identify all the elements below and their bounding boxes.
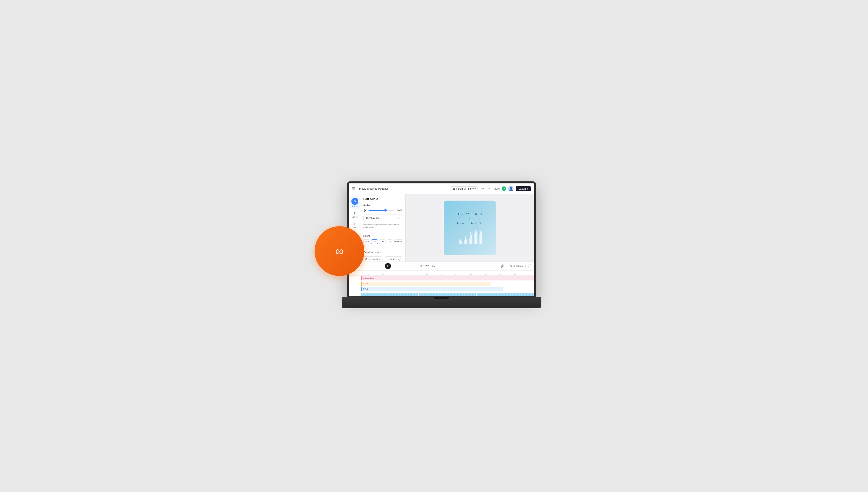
- waveform-visual: [454, 229, 486, 244]
- track-sound-wave: ♪ Sound Wave: [361, 276, 534, 281]
- expand-icon[interactable]: ⛶: [528, 264, 531, 268]
- user-initials-badge: SK: [502, 187, 506, 191]
- panel-title: Edit Audio: [363, 197, 403, 201]
- waveform-bar: [470, 232, 471, 244]
- end-time-input[interactable]: End 00:15.1 🕐: [384, 256, 403, 261]
- volume-row: 🔉 200%: [363, 208, 403, 212]
- export-label: Export: [519, 188, 526, 190]
- waveform-bar: [465, 236, 466, 244]
- divider-2: [363, 247, 403, 247]
- laptop-base: [342, 297, 541, 308]
- volume-slider[interactable]: [369, 210, 394, 211]
- undo-redo-group: ↩ ↪: [480, 186, 492, 191]
- speed-label: Speed: [363, 235, 403, 238]
- upload-icon: ⬆: [353, 211, 357, 216]
- zoom-plus-icon[interactable]: +: [525, 265, 526, 268]
- clean-audio-label: Clean Audio: [366, 217, 379, 220]
- instagram-platform-btn[interactable]: 📷 Instagram Story ▾: [450, 187, 478, 191]
- sidebar-label-text: Text: [353, 227, 356, 228]
- text-track-blue[interactable]: T Text: [361, 287, 503, 291]
- sidebar-item-upload[interactable]: ⬆ Upload: [350, 210, 360, 219]
- track-text-2: T Text: [361, 287, 534, 292]
- podcast-title-ampersand: &: [457, 216, 483, 220]
- audio-clip-2-label: ♪ Backing Track.mp3: [420, 295, 437, 296]
- redo-button[interactable]: ↪: [486, 186, 492, 191]
- slider-fill: [369, 210, 386, 211]
- speed-btn-2x[interactable]: 2x: [387, 239, 393, 244]
- waveform-bar: [481, 232, 482, 244]
- skip-forward-icon[interactable]: ⏭: [432, 264, 436, 268]
- laptop: ☰ Movie Musings Podcast 📷 Instagram Stor…: [342, 181, 541, 308]
- start-value: 00:00.0: [373, 258, 381, 260]
- timeline-ruler: 5 10 15 20 30 35 40 45 50 55 60: [349, 271, 534, 276]
- speed-btn-custom[interactable]: Custom: [394, 239, 403, 244]
- waveform-bar: [459, 240, 460, 244]
- export-icon: ↑: [527, 188, 528, 190]
- audio-clip-2[interactable]: ♪ Backing Track.mp3: [419, 293, 476, 296]
- ruler-marks: 5 10 15 20 30 35 40 45 50 55 60: [349, 271, 534, 275]
- zoom-minus-icon[interactable]: −: [506, 265, 508, 268]
- speed-btn-15x[interactable]: 1.5x: [379, 239, 386, 244]
- sound-wave-label: ♪ Sound Wave: [363, 277, 374, 279]
- ruler-mark: 60: [507, 274, 522, 275]
- podcast-card: R E W I N D & R E P E A T: [444, 201, 496, 255]
- logo-icon: ∞: [335, 244, 344, 258]
- waveform-bar: [468, 234, 468, 244]
- text-track-blue-label: T Text: [363, 288, 368, 290]
- settings-icon: ⚙: [351, 198, 358, 205]
- platform-chevron-icon: ▾: [475, 188, 475, 190]
- speed-btn-05x[interactable]: 0.5x: [363, 239, 370, 244]
- sound-wave-track[interactable]: ♪ Sound Wave: [361, 276, 534, 280]
- audio-section-label: Audio: [363, 204, 403, 206]
- audio-clip-1[interactable]: ♪ Backing Track.mp3: [361, 293, 418, 296]
- volume-icon: 🔉: [363, 208, 367, 212]
- waveform-bar: [479, 234, 479, 244]
- volume-control-icon[interactable]: 🔊: [501, 264, 504, 268]
- ruler-mark: 45: [463, 274, 478, 275]
- waveform-bar: [464, 240, 465, 244]
- play-button[interactable]: [385, 263, 391, 269]
- avatar: 👤: [508, 186, 514, 191]
- end-value: 00:15.1: [390, 258, 397, 260]
- playback-bar: ⏮ 00:02:23 ⏭ 🔊 − Fit to Screen + ⛶: [349, 262, 534, 271]
- ruler-mark: 40: [449, 274, 463, 275]
- start-label: Start: [368, 258, 372, 260]
- instagram-icon: 📷: [452, 188, 455, 190]
- speed-section: Speed 0.5x 1x 1.5x 2x Custom: [363, 235, 403, 244]
- sidebar-item-text[interactable]: T Text: [350, 220, 360, 230]
- clean-audio-button[interactable]: Clean Audio ✦: [363, 215, 403, 222]
- speed-btn-1x[interactable]: 1x: [371, 239, 378, 244]
- fit-to-screen-label[interactable]: Fit to Screen: [510, 265, 523, 267]
- ruler-mark: 55: [493, 274, 507, 275]
- ruler-mark: 10: [375, 274, 390, 275]
- ruler-mark: 50: [478, 274, 493, 275]
- track-text-1: T Text: [361, 281, 534, 286]
- menu-icon[interactable]: ☰: [352, 187, 355, 191]
- topbar-center: 📷 Instagram Story ▾: [450, 187, 478, 191]
- playback-time: 00:02:23: [421, 265, 430, 268]
- text-icon: T: [353, 222, 357, 226]
- ruler-mark: 5: [361, 274, 375, 275]
- export-button[interactable]: Export ↑: [516, 186, 531, 191]
- logo-circle: ∞: [315, 226, 364, 276]
- play-controls: [357, 263, 419, 269]
- start-time-input[interactable]: ↺ Start 00:00.0: [363, 256, 382, 261]
- waveform-bar: [457, 242, 458, 244]
- audio-clip-3-label: ♪ Backing Track.mp3: [478, 295, 494, 296]
- app: ☰ Movie Musings Podcast 📷 Instagram Stor…: [349, 183, 534, 296]
- sidebar-item-settings[interactable]: ⚙ Settings: [350, 196, 360, 208]
- clean-audio-description: Remove background noise and enhance audi…: [363, 223, 403, 229]
- duration-label: Duration: [363, 251, 373, 254]
- duration-section: Duration 00:15.1 ↺ Start 00:00.0 End: [363, 250, 403, 261]
- clock-icon: 🕐: [398, 258, 401, 261]
- audio-clip-1-label: ♪ Backing Track.mp3: [362, 295, 378, 296]
- timeline-area: ⏮ 00:02:23 ⏭ 🔊 − Fit to Screen + ⛶: [349, 262, 534, 296]
- audio-clip-3[interactable]: ♪ Backing Track.mp3: [476, 293, 534, 296]
- duration-value: 00:15.1: [374, 251, 381, 254]
- text-track-orange[interactable]: T Text: [361, 282, 491, 286]
- slider-thumb[interactable]: [384, 209, 387, 212]
- tracks-area: ♪ Sound Wave T Text T Text: [349, 276, 534, 296]
- undo-button[interactable]: ↩: [480, 186, 485, 191]
- ruler-mark: 35: [434, 274, 449, 275]
- waveform-bar: [463, 237, 463, 244]
